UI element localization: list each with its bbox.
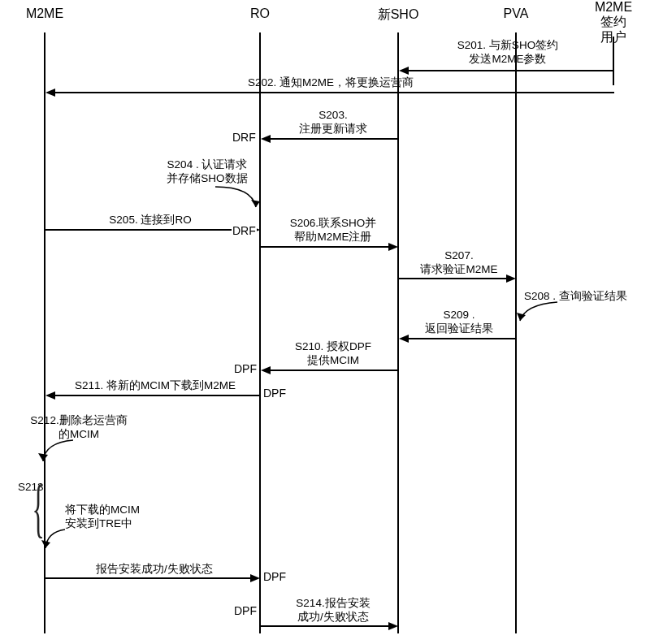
s205-arrow [46, 229, 250, 231]
s209-arrowhead-icon [399, 335, 409, 343]
s207-label: S207. 请求验证M2ME [402, 249, 516, 277]
actor-ro: RO [250, 6, 270, 21]
actor-pva: PVA [504, 6, 529, 21]
s210-label: S210. 授权DPF 提供MCIM [272, 340, 394, 368]
svg-marker-2 [38, 453, 48, 461]
s212-line1: S212.删除老运营商 [18, 414, 140, 428]
s207-arrowhead-icon [506, 274, 516, 283]
s210-arrow [270, 370, 397, 371]
s213-report-label: 报告安装成功/失败状态 [57, 563, 252, 577]
svg-marker-3 [41, 540, 50, 548]
s214-line2: 成功/失败状态 [272, 611, 394, 625]
s201-arrowhead-icon [399, 67, 409, 75]
s213-install-arrow-icon [41, 528, 73, 556]
s209-label: S209 . 返回验证结果 [402, 309, 516, 336]
lifeline-new-sho [397, 32, 399, 633]
s212-label: S212.删除老运营商 的MCIM [18, 414, 140, 442]
s203-arrowhead-icon [261, 135, 271, 143]
s214-label: S214.报告安装 成功/失败状态 [272, 597, 394, 625]
actor-sub-line1: M2ME [595, 0, 632, 15]
dpf-label-s214: DPF [233, 604, 258, 617]
s208-self-arrow-icon [517, 300, 566, 329]
actor-m2me: M2ME [26, 6, 63, 21]
s204-label: S204 . 认证请求 并存储SHO数据 [154, 158, 260, 186]
s211-arrow [54, 395, 259, 396]
s206-arrow [261, 246, 388, 248]
s213-box: 将下载的MCIM 安装到TRE中 [65, 504, 140, 531]
actor-new-sho: 新SHO [378, 6, 419, 24]
dpf-label-s211: DPF [262, 387, 287, 400]
s202-arrow [54, 92, 614, 93]
s202-arrowhead-icon [46, 89, 55, 97]
s203-line2: 注册更新请求 [272, 123, 394, 136]
s201-arrow [408, 70, 613, 71]
s209-line1: S209 . [402, 309, 516, 322]
s214-arrowhead-icon [388, 622, 398, 630]
s203-arrow [270, 138, 397, 140]
s211-label: S211. 将新的MCIM下载到M2ME [54, 379, 257, 393]
s206-arrowhead-icon [388, 243, 398, 251]
s206-line2: 帮助M2ME注册 [272, 231, 394, 244]
s202-label: S202. 通知M2ME，将更换运营商 [49, 76, 613, 90]
s211-arrowhead-icon [46, 391, 55, 400]
dpf-label-s210: DPF [233, 362, 258, 375]
s212-self-arrow-icon [37, 439, 81, 471]
s206-line1: S206.联系SHO并 [272, 217, 394, 231]
s213-report-arrowhead-icon [250, 574, 260, 582]
s204-line1: S204 . 认证请求 [154, 158, 260, 172]
drf-label-s203: DRF [232, 131, 257, 144]
s209-line2: 返回验证结果 [402, 322, 516, 336]
s213-box-line1: 将下载的MCIM [65, 504, 140, 517]
s207-line2: 请求验证M2ME [402, 263, 516, 277]
s210-line2: 提供MCIM [272, 354, 394, 368]
s207-arrow [399, 278, 507, 279]
s214-line1: S214.报告安装 [272, 597, 394, 611]
s206-label: S206.联系SHO并 帮助M2ME注册 [272, 217, 394, 244]
s209-arrow [408, 338, 516, 339]
s203-line1: S203. [272, 109, 394, 123]
s203-label: S203. 注册更新请求 [272, 109, 394, 136]
drf-label-s206: DRF [232, 224, 257, 237]
s201-line1: S201. 与新SHO签约 [402, 39, 613, 53]
s210-arrowhead-icon [261, 366, 271, 374]
s207-line1: S207. [402, 249, 516, 263]
s201-label: S201. 与新SHO签约 发送M2ME参数 [402, 39, 613, 67]
s213-box-line2: 安装到TRE中 [65, 517, 140, 531]
dpf-label-s213: DPF [262, 570, 287, 583]
s214-arrow [261, 625, 388, 627]
s213-report-arrow [46, 577, 250, 579]
s205-label: S205. 连接到RO [49, 214, 252, 227]
s204-self-arrow-icon [211, 183, 268, 215]
lifeline-ro [259, 32, 261, 633]
s201-line2: 发送M2ME参数 [402, 53, 613, 67]
svg-marker-0 [251, 200, 260, 207]
s210-line1: S210. 授权DPF [272, 340, 394, 354]
